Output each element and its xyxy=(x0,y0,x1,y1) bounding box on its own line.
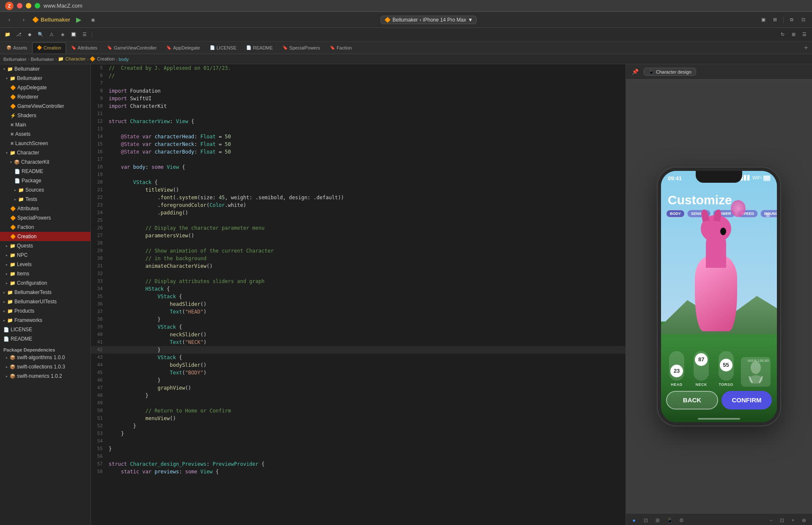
preview-settings-btn[interactable]: ⚙ xyxy=(677,516,686,525)
sidebar-item-bellumaker-project[interactable]: ▾📁 Bellumaker xyxy=(0,64,91,74)
torso-slider-track[interactable]: 55 xyxy=(719,351,734,381)
sidebar-item-bellumaker-group[interactable]: ▾📁 Bellumaker xyxy=(0,74,91,83)
tab-specialpowers[interactable]: 🔖 SpecialPowers xyxy=(278,42,325,53)
sidebar-item-quests[interactable]: ▸📁 Quests xyxy=(0,241,91,250)
tab-readme[interactable]: 📄 README xyxy=(241,42,277,53)
tab-faction[interactable]: 🔖 Faction xyxy=(325,42,357,53)
head-slider-track[interactable]: 23 xyxy=(669,351,684,381)
sidebar-item-assets[interactable]: ✖ Assets xyxy=(0,129,91,139)
sidebar-item-items[interactable]: ▸📁 Items xyxy=(0,269,91,278)
code-line-47: 47 graphView() xyxy=(91,384,625,392)
attr-tab-body[interactable]: BODY xyxy=(666,210,685,217)
sidebar-item-faction[interactable]: 🔶 Faction xyxy=(0,223,91,232)
list-icon[interactable]: ☰ xyxy=(799,30,809,39)
warning-icon[interactable]: ⚠ xyxy=(47,30,57,39)
sidebar-item-root-license[interactable]: 📄 LICENSE xyxy=(0,325,91,334)
preview-toolbar: 📌 📱 Character design xyxy=(626,64,812,80)
preview-grid-btn[interactable]: ⊞ xyxy=(653,516,662,525)
hamburger-menu-icon[interactable]: ≡ xyxy=(765,211,770,220)
sidebar-item-appdelegate[interactable]: 🔶 AppDelegate xyxy=(0,83,91,92)
code-line-8: 8 import Foundation xyxy=(91,87,625,95)
sidebar-item-main[interactable]: ✖ Main xyxy=(0,120,91,129)
back-button[interactable]: BACK xyxy=(666,391,718,410)
source-control-icon[interactable]: ⎇ xyxy=(14,30,24,39)
run-button[interactable]: ▶ xyxy=(73,15,85,25)
sidebar-item-renderer[interactable]: 🔶 Renderer xyxy=(0,92,91,102)
tab-appdelegate-label: AppDelegate xyxy=(173,45,200,50)
debug-icon[interactable]: 🔲 xyxy=(69,30,79,39)
sidebar-item-configuration[interactable]: ▸📁 Configuration xyxy=(0,278,91,288)
test-icon[interactable]: ◈ xyxy=(58,30,68,39)
nav-forward-btn[interactable]: › xyxy=(18,15,30,25)
sidebar-item-products[interactable]: ▸📁 Products xyxy=(0,306,91,316)
breadcrumb-character[interactable]: 📁 Character xyxy=(58,56,85,62)
head-slider-col: 23 HEAD xyxy=(666,351,687,387)
add-tab-button[interactable]: + xyxy=(802,44,810,52)
sidebar-item-swift-numerics[interactable]: ▸📦 swift-numerics 1.0.2 xyxy=(0,371,91,381)
code-line-50: 50 // Return to Home or Confirm xyxy=(91,407,625,415)
breadcrumb-bellumaker1[interactable]: Bellumaker xyxy=(3,57,27,62)
confirm-button[interactable]: CONFIRM xyxy=(721,391,772,410)
zoom-reset-btn[interactable]: ⊕ xyxy=(799,516,809,525)
code-line-16: 16 @State var characterBody: Float = 50 xyxy=(91,148,625,156)
preview-device-btn[interactable]: 📱 xyxy=(665,516,674,525)
search-icon[interactable]: 🔍 xyxy=(36,30,46,39)
sidebar-item-frameworks[interactable]: ▸📁 Frameworks xyxy=(0,316,91,325)
tab-assets[interactable]: 📦 Assets xyxy=(2,42,32,53)
minimize-btn[interactable] xyxy=(26,3,31,8)
sidebar-item-levels[interactable]: ▸📁 Levels xyxy=(0,260,91,269)
code-editor[interactable]: 5 // Created by J. Appleseed on 01/17/23… xyxy=(91,64,626,525)
breakpoint-icon[interactable]: ◆ xyxy=(25,30,35,39)
stop-button[interactable]: ■ xyxy=(87,15,99,25)
neck-slider-track[interactable]: 87 xyxy=(694,351,709,381)
sidebar-toggle-btn[interactable]: ▣ xyxy=(758,15,768,25)
canvas-btn[interactable]: ⊡ xyxy=(798,15,809,25)
sidebar-item-creation[interactable]: 🔶 Creation xyxy=(0,232,91,241)
sidebar-item-shaders[interactable]: ⚡ Shaders xyxy=(0,111,91,120)
tab-appdelegate[interactable]: 🔖 AppDelegate xyxy=(162,42,205,53)
preview-live-btn[interactable]: ● xyxy=(629,516,639,525)
preview-pause-btn[interactable]: ⊡ xyxy=(641,516,650,525)
code-line-30: 30 // in the background xyxy=(91,255,625,262)
zoom-fit-btn[interactable]: ⊡ xyxy=(777,516,787,525)
sidebar-item-bellumaker-ui-tests[interactable]: ▸📁 BellumakerUITests xyxy=(0,297,91,306)
pin-button[interactable]: 📌 xyxy=(630,67,640,77)
sidebar-item-ck-package[interactable]: 📄 Package xyxy=(0,176,91,185)
sidebar-item-sources[interactable]: ▸📁 Sources xyxy=(0,185,91,195)
grid-icon[interactable]: ⊞ xyxy=(788,30,798,39)
sidebar-item-swift-collections[interactable]: ▸📦 swift-collections 1.0.3 xyxy=(0,362,91,371)
maximize-btn[interactable] xyxy=(35,3,40,8)
sidebar-item-characterkit[interactable]: ▾📦 CharacterKit xyxy=(0,157,91,167)
rotate-icon[interactable]: ↻ xyxy=(777,30,787,39)
report-icon[interactable]: ☰ xyxy=(80,30,90,39)
sidebar-item-specialpowers[interactable]: 🔶 SpecialPowers xyxy=(0,213,91,223)
code-line-9: 9 import SwiftUI xyxy=(91,95,625,102)
breadcrumb-creation[interactable]: 🔶 Creation xyxy=(90,56,115,62)
zoom-out-btn[interactable]: − xyxy=(766,516,776,525)
zoom-in-btn[interactable]: + xyxy=(788,516,798,525)
icon-toolbar-row: 📁 ⎇ ◆ 🔍 ⚠ ◈ 🔲 ☰ ↻ ⊞ ☰ xyxy=(0,28,812,41)
sidebar-item-char-attributes[interactable]: 🔶 Attributes xyxy=(0,204,91,213)
split-editor-btn[interactable]: ⧉ xyxy=(787,15,797,25)
sidebar-item-character[interactable]: ▾📁 Character xyxy=(0,148,91,157)
inspector-toggle-btn[interactable]: ⊞ xyxy=(770,15,780,25)
breadcrumb-body[interactable]: body xyxy=(119,57,129,62)
breadcrumb-bellumaker2[interactable]: Bellumaker xyxy=(31,57,54,62)
sidebar-item-bellumaker-tests[interactable]: ▸📁 BellumakerTests xyxy=(0,288,91,297)
sidebar-item-swift-algorithms[interactable]: ▸📦 swift-algorithms 1.0.0 xyxy=(0,353,91,362)
tab-gameviewcontroller[interactable]: 🔖 GameViewController xyxy=(102,42,161,53)
scheme-selector[interactable]: 🔶 Bellumaker › iPhone 14 Pro Max ▼ xyxy=(381,16,477,24)
sidebar-item-launchscreen[interactable]: ✖ LaunchScreen xyxy=(0,139,91,148)
sidebar-item-ck-readme[interactable]: 📄 README xyxy=(0,167,91,176)
tab-attributes[interactable]: 🔖 Attributes xyxy=(66,42,102,53)
tab-license[interactable]: 📄 LICENSE xyxy=(205,42,241,53)
sidebar-item-gameviewcontroller[interactable]: 🔶 GameViewController xyxy=(0,102,91,111)
folder-icon[interactable]: 📁 xyxy=(3,30,13,39)
sp-tab-icon: 🔖 xyxy=(283,45,288,50)
close-btn[interactable] xyxy=(17,3,22,8)
sidebar-item-root-readme[interactable]: 📄 README xyxy=(0,334,91,344)
nav-back-btn[interactable]: ‹ xyxy=(3,15,15,25)
sidebar-item-npc[interactable]: ▸📁 NPC xyxy=(0,250,91,260)
sidebar-item-tests[interactable]: ▸📁 Tests xyxy=(0,195,91,204)
tab-creation[interactable]: 🔶 Creation xyxy=(32,42,66,53)
